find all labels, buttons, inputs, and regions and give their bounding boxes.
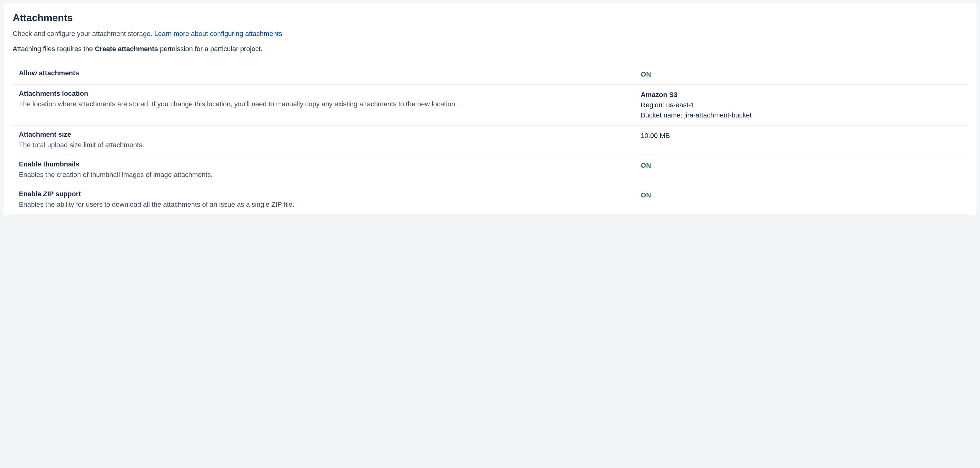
setting-value: ON <box>641 160 961 180</box>
setting-name: Enable ZIP support <box>19 190 632 198</box>
attachments-panel: Attachments Check and configure your att… <box>3 3 977 215</box>
setting-value: 10.00 MB <box>641 131 961 150</box>
settings-list: Allow attachments ON Attachments locatio… <box>13 64 967 215</box>
setting-name: Allow attachments <box>19 69 632 77</box>
status-on: ON <box>641 70 651 78</box>
permission-note: Attaching files requires the Create atta… <box>13 44 967 54</box>
setting-value: ON <box>641 69 961 79</box>
location-region: Region: us-east-1 <box>641 100 961 110</box>
note-after: permission for a particular project. <box>158 45 262 53</box>
location-provider: Amazon S3 <box>641 89 961 100</box>
region-value: us-east-1 <box>666 101 695 109</box>
region-label: Region: <box>641 101 666 109</box>
setting-row-enable-zip: Enable ZIP support Enables the ability f… <box>13 185 967 215</box>
setting-row-allow-attachments: Allow attachments ON <box>13 64 967 85</box>
page-subtitle: Check and configure your attachment stor… <box>13 29 967 39</box>
setting-left: Enable ZIP support Enables the ability f… <box>19 190 641 209</box>
status-on: ON <box>641 191 651 199</box>
setting-row-attachment-size: Attachment size The total upload size li… <box>13 126 967 155</box>
setting-left: Allow attachments <box>19 69 641 79</box>
setting-desc: Enables the ability for users to downloa… <box>19 199 632 209</box>
note-before: Attaching files requires the <box>13 45 95 53</box>
setting-desc: The location where attachments are store… <box>19 99 632 109</box>
status-on: ON <box>641 161 651 169</box>
page-title: Attachments <box>13 12 967 24</box>
location-bucket: Bucket name: jira-attachment-bucket <box>641 110 961 120</box>
bucket-value: jira-attachment-bucket <box>684 111 752 119</box>
size-value: 10.00 MB <box>641 132 670 139</box>
setting-name: Enable thumbnails <box>19 160 632 168</box>
setting-row-enable-thumbnails: Enable thumbnails Enables the creation o… <box>13 155 967 185</box>
setting-left: Enable thumbnails Enables the creation o… <box>19 160 641 180</box>
setting-name: Attachment size <box>19 131 632 139</box>
setting-row-attachments-location: Attachments location The location where … <box>13 85 967 126</box>
setting-name: Attachments location <box>19 89 632 97</box>
setting-desc: The total upload size limit of attachmen… <box>19 140 632 150</box>
note-strong: Create attachments <box>95 45 158 53</box>
setting-desc: Enables the creation of thumbnail images… <box>19 169 632 180</box>
bucket-label: Bucket name: <box>641 111 684 119</box>
setting-value: Amazon S3 Region: us-east-1 Bucket name:… <box>641 89 961 120</box>
subtitle-text: Check and configure your attachment stor… <box>13 30 154 37</box>
learn-more-link[interactable]: Learn more about configuring attachments <box>154 30 282 37</box>
setting-left: Attachments location The location where … <box>19 89 641 120</box>
setting-value: ON <box>641 190 961 209</box>
setting-left: Attachment size The total upload size li… <box>19 131 641 150</box>
